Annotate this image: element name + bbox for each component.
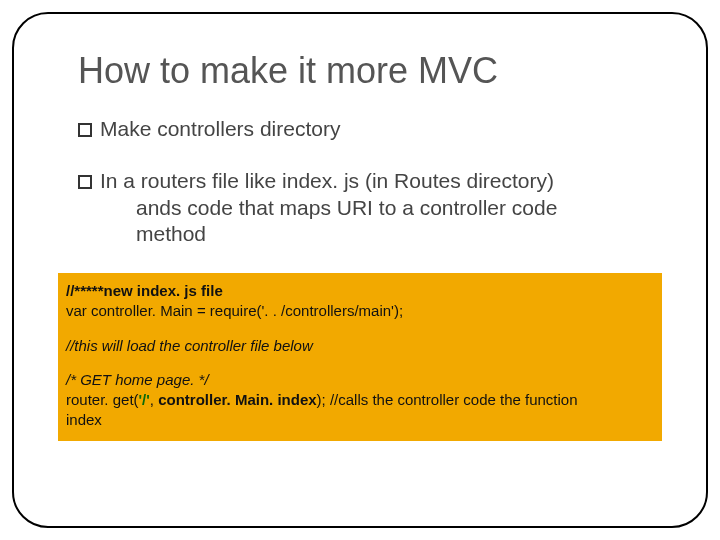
bullet-text-cont: method <box>136 221 690 247</box>
code-string: '/' <box>139 391 150 408</box>
bullet-text: Make controllers directory <box>100 117 340 140</box>
bullet-item: Make controllers directory <box>78 116 690 142</box>
bullet-text-cont: ands code that maps URI to a controller … <box>136 195 690 221</box>
code-line: index <box>66 411 102 428</box>
code-line: /* GET home page. */ <box>66 371 209 388</box>
code-text: ); //calls the controller code the funct… <box>317 391 578 408</box>
checkbox-icon <box>78 175 92 189</box>
slide-title: How to make it more MVC <box>78 50 690 92</box>
code-block: //*****new index. js file var controller… <box>58 273 662 441</box>
code-text: , <box>150 391 158 408</box>
bullet-text: In a routers file like index. js (in Rou… <box>100 169 554 192</box>
bullet-list: Make controllers directory In a routers … <box>78 116 690 247</box>
code-text: router. get <box>66 391 134 408</box>
slide: How to make it more MVC Make controllers… <box>0 0 720 540</box>
code-line: //this will load the controller file bel… <box>66 337 313 354</box>
code-line: var controller. Main = require('. . /con… <box>66 302 403 319</box>
code-line: //*****new index. js file <box>66 282 223 299</box>
checkbox-icon <box>78 123 92 137</box>
bullet-item: In a routers file like index. js (in Rou… <box>78 168 690 247</box>
code-text: controller. Main. index <box>158 391 316 408</box>
